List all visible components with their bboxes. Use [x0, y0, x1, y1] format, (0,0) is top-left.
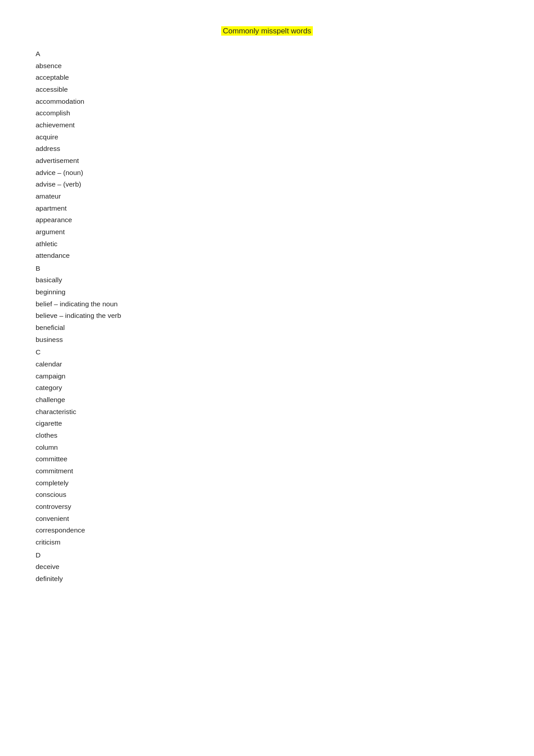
word-item: basically	[36, 274, 498, 286]
word-item: convenient	[36, 513, 498, 525]
word-item: beneficial	[36, 322, 498, 334]
word-item: criticism	[36, 537, 498, 549]
word-item: definitely	[36, 573, 498, 585]
word-item: attendance	[36, 250, 498, 262]
word-item: challenge	[36, 394, 498, 406]
title-container: Commonly misspelt words	[36, 27, 498, 36]
word-item: characteristic	[36, 406, 498, 418]
word-item: deceive	[36, 561, 498, 573]
word-item: absence	[36, 60, 498, 72]
word-item: appearance	[36, 214, 498, 226]
word-item: controversy	[36, 501, 498, 513]
word-item: conscious	[36, 489, 498, 501]
word-item: business	[36, 334, 498, 346]
word-item: category	[36, 382, 498, 394]
word-item: amateur	[36, 191, 498, 203]
word-item: completely	[36, 477, 498, 489]
section-letter-c: C	[36, 346, 498, 358]
word-item: belief – indicating the noun	[36, 298, 498, 310]
word-item: apartment	[36, 203, 498, 215]
word-item: accommodation	[36, 96, 498, 108]
word-item: argument	[36, 226, 498, 238]
word-item: accomplish	[36, 107, 498, 119]
word-item: athletic	[36, 238, 498, 250]
section-letter-d: D	[36, 549, 498, 561]
word-item: beginning	[36, 286, 498, 298]
word-item: calendar	[36, 358, 498, 370]
word-list: Aabsenceacceptableaccessibleaccommodatio…	[36, 48, 498, 585]
word-item: acquire	[36, 131, 498, 143]
word-item: cigarette	[36, 418, 498, 430]
word-item: campaign	[36, 370, 498, 382]
section-letter-b: B	[36, 263, 498, 275]
word-item: accessible	[36, 84, 498, 96]
word-item: acceptable	[36, 72, 498, 84]
word-item: column	[36, 442, 498, 454]
word-item: advertisement	[36, 155, 498, 167]
word-item: believe – indicating the verb	[36, 310, 498, 322]
word-item: committee	[36, 453, 498, 465]
word-item: correspondence	[36, 524, 498, 537]
word-item: achievement	[36, 119, 498, 131]
section-letter-a: A	[36, 48, 498, 60]
word-item: advise – (verb)	[36, 179, 498, 191]
word-item: advice – (noun)	[36, 167, 498, 179]
word-item: commitment	[36, 465, 498, 477]
page-title: Commonly misspelt words	[221, 26, 313, 36]
word-item: address	[36, 143, 498, 155]
word-item: clothes	[36, 430, 498, 442]
